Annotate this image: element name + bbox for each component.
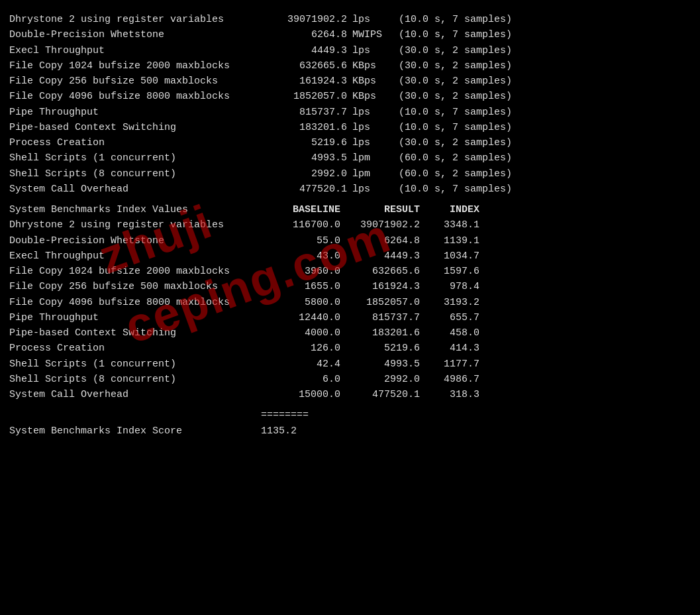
index-row: Shell Scripts (1 concurrent) 42.4 4993.5… bbox=[9, 357, 691, 372]
benchmark-value: 183201.6 bbox=[261, 120, 347, 135]
benchmark-row: Shell Scripts (8 concurrent)2992.0lpm(60… bbox=[9, 166, 691, 182]
benchmark-name: File Copy 1024 bufsize 2000 maxblocks bbox=[9, 58, 261, 74]
benchmark-timing: (30.0 s, 2 samples) bbox=[393, 89, 512, 104]
benchmark-value: 4993.5 bbox=[261, 150, 347, 166]
benchmark-timing: (10.0 s, 7 samples) bbox=[393, 27, 512, 42]
benchmark-unit: lps bbox=[347, 120, 393, 135]
benchmark-value: 6264.8 bbox=[261, 27, 347, 42]
equals-symbol: ======== bbox=[261, 408, 309, 423]
benchmark-unit: KBps bbox=[347, 89, 393, 104]
benchmark-name: System Call Overhead bbox=[9, 182, 261, 197]
index-row-result: 632665.6 bbox=[340, 264, 420, 279]
index-row-result: 1852057.0 bbox=[340, 295, 420, 310]
index-row-baseline: 55.0 bbox=[261, 233, 340, 249]
index-row-index: 3348.1 bbox=[420, 217, 479, 233]
index-row-name: Execl Throughput bbox=[9, 249, 261, 264]
index-row: File Copy 256 bufsize 500 maxblocks 1655… bbox=[9, 279, 691, 294]
benchmark-timing: (10.0 s, 7 samples) bbox=[393, 120, 512, 135]
benchmark-row: File Copy 4096 bufsize 8000 maxblocks185… bbox=[9, 89, 691, 104]
index-col-name: System Benchmarks Index Values bbox=[9, 202, 261, 217]
index-col-baseline-header: BASELINE bbox=[261, 202, 340, 217]
benchmark-name: Double-Precision Whetstone bbox=[9, 27, 261, 42]
benchmark-unit: MWIPS bbox=[347, 27, 393, 42]
index-row-result: 2992.0 bbox=[340, 372, 420, 387]
benchmark-name: Shell Scripts (1 concurrent) bbox=[9, 150, 261, 166]
index-row-baseline: 3960.0 bbox=[261, 264, 340, 279]
index-row-index: 318.3 bbox=[420, 387, 479, 402]
index-row-baseline: 4000.0 bbox=[261, 325, 340, 341]
benchmark-unit: KBps bbox=[347, 74, 393, 89]
benchmark-value: 5219.6 bbox=[261, 135, 347, 150]
index-row: Dhrystone 2 using register variables 116… bbox=[9, 217, 691, 233]
index-row: System Call Overhead 15000.0 477520.1 31… bbox=[9, 387, 691, 402]
index-row-index: 414.3 bbox=[420, 341, 479, 356]
index-row-name: File Copy 256 bufsize 500 maxblocks bbox=[9, 279, 261, 294]
index-row-name: Pipe-based Context Switching bbox=[9, 325, 261, 341]
equals-row: ======== bbox=[9, 408, 691, 423]
benchmark-value: 161924.3 bbox=[261, 74, 347, 89]
index-row-index: 1034.7 bbox=[420, 249, 479, 264]
benchmark-unit: lpm bbox=[347, 166, 393, 182]
benchmark-row: File Copy 256 bufsize 500 maxblocks16192… bbox=[9, 74, 691, 89]
score-value: 1135.2 bbox=[261, 423, 297, 439]
index-row-index: 978.4 bbox=[420, 279, 479, 294]
benchmark-unit: lps bbox=[347, 43, 393, 58]
index-row-name: Pipe Throughput bbox=[9, 310, 261, 325]
benchmark-value: 39071902.2 bbox=[261, 12, 347, 27]
index-col-index-header: INDEX bbox=[420, 202, 479, 217]
benchmarks-section: Dhrystone 2 using register variables3907… bbox=[9, 12, 691, 197]
index-row-index: 1597.6 bbox=[420, 264, 479, 279]
benchmark-name: Shell Scripts (8 concurrent) bbox=[9, 166, 261, 182]
score-row: System Benchmarks Index Score 1135.2 bbox=[9, 423, 691, 439]
benchmark-name: Process Creation bbox=[9, 135, 261, 150]
index-row-index: 1177.7 bbox=[420, 357, 479, 372]
index-row-baseline: 42.4 bbox=[261, 357, 340, 372]
index-col-result-header: RESULT bbox=[340, 202, 420, 217]
benchmark-value: 2992.0 bbox=[261, 166, 347, 182]
index-row: Execl Throughput 43.0 4449.3 1034.7 bbox=[9, 249, 691, 264]
benchmark-unit: lps bbox=[347, 105, 393, 120]
index-row-baseline: 126.0 bbox=[261, 341, 340, 356]
index-row: Double-Precision Whetstone 55.0 6264.8 1… bbox=[9, 233, 691, 249]
index-row-result: 815737.7 bbox=[340, 310, 420, 325]
benchmark-row: File Copy 1024 bufsize 2000 maxblocks632… bbox=[9, 58, 691, 74]
benchmark-timing: (10.0 s, 7 samples) bbox=[393, 105, 512, 120]
benchmark-timing: (30.0 s, 2 samples) bbox=[393, 43, 512, 58]
index-row-result: 39071902.2 bbox=[340, 217, 420, 233]
benchmark-unit: lps bbox=[347, 182, 393, 197]
benchmark-row: System Call Overhead477520.1lps(10.0 s, … bbox=[9, 182, 691, 197]
benchmark-name: File Copy 256 bufsize 500 maxblocks bbox=[9, 74, 261, 89]
index-row-result: 4993.5 bbox=[340, 357, 420, 372]
index-section: System Benchmarks Index Values BASELINE … bbox=[9, 202, 691, 402]
index-row-name: Process Creation bbox=[9, 341, 261, 356]
index-row: File Copy 4096 bufsize 8000 maxblocks 58… bbox=[9, 295, 691, 310]
index-row-baseline: 6.0 bbox=[261, 372, 340, 387]
benchmark-row: Process Creation5219.6lps(30.0 s, 2 samp… bbox=[9, 135, 691, 150]
benchmark-name: Dhrystone 2 using register variables bbox=[9, 12, 261, 27]
index-row-index: 3193.2 bbox=[420, 295, 479, 310]
benchmark-value: 1852057.0 bbox=[261, 89, 347, 104]
index-row-name: Dhrystone 2 using register variables bbox=[9, 217, 261, 233]
benchmark-timing: (60.0 s, 2 samples) bbox=[393, 166, 512, 182]
index-row-result: 183201.6 bbox=[340, 325, 420, 341]
benchmark-row: Pipe-based Context Switching183201.6lps(… bbox=[9, 120, 691, 135]
benchmark-row: Shell Scripts (1 concurrent)4993.5lpm(60… bbox=[9, 150, 691, 166]
index-row-result: 477520.1 bbox=[340, 387, 420, 402]
index-row: Pipe-based Context Switching 4000.0 1832… bbox=[9, 325, 691, 341]
benchmark-name: Execl Throughput bbox=[9, 43, 261, 58]
index-row-baseline: 43.0 bbox=[261, 249, 340, 264]
benchmark-name: File Copy 4096 bufsize 8000 maxblocks bbox=[9, 89, 261, 104]
index-row-name: File Copy 1024 bufsize 2000 maxblocks bbox=[9, 264, 261, 279]
benchmark-value: 632665.6 bbox=[261, 58, 347, 74]
benchmark-timing: (30.0 s, 2 samples) bbox=[393, 74, 512, 89]
index-row-name: Shell Scripts (8 concurrent) bbox=[9, 372, 261, 387]
index-header-row: System Benchmarks Index Values BASELINE … bbox=[9, 202, 691, 217]
score-section: ======== System Benchmarks Index Score 1… bbox=[9, 408, 691, 439]
index-row-index: 655.7 bbox=[420, 310, 479, 325]
equals-spacer bbox=[9, 408, 261, 423]
benchmark-unit: lpm bbox=[347, 150, 393, 166]
benchmark-name: Pipe Throughput bbox=[9, 105, 261, 120]
index-row: Shell Scripts (8 concurrent) 6.0 2992.0 … bbox=[9, 372, 691, 387]
index-row-index: 4986.7 bbox=[420, 372, 479, 387]
benchmark-row: Double-Precision Whetstone6264.8MWIPS(10… bbox=[9, 27, 691, 42]
